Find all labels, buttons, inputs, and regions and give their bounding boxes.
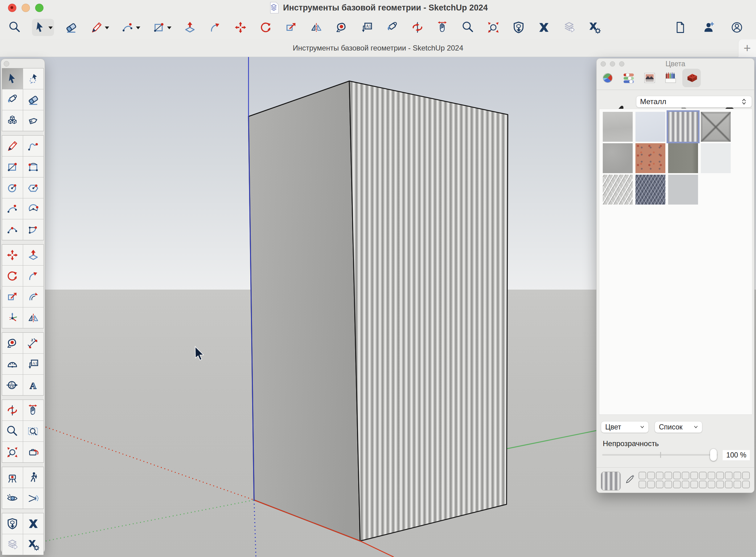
- tab-textures[interactable]: [682, 69, 701, 87]
- flip-button[interactable]: [308, 19, 324, 36]
- palette-freehand-button[interactable]: [23, 136, 44, 156]
- tape-measure-button[interactable]: [334, 19, 349, 36]
- palette-zoom-window-button[interactable]: [23, 421, 44, 441]
- palette-zoom-button[interactable]: [2, 421, 23, 441]
- saved-color-slot[interactable]: [639, 480, 646, 488]
- follow-me-button[interactable]: [207, 19, 223, 36]
- swatch-diamond-plate-blue[interactable]: [636, 175, 665, 205]
- zoom-button[interactable]: [460, 19, 476, 36]
- palette-rotated-rectangle-button[interactable]: [23, 156, 44, 177]
- palette-scale-button[interactable]: [2, 287, 23, 307]
- palette-previous-view-button[interactable]: [23, 442, 44, 462]
- saved-color-slot[interactable]: [639, 472, 646, 479]
- tab-color-sliders[interactable]: [619, 69, 638, 87]
- extension-warehouse-button[interactable]: [536, 19, 552, 36]
- palette-line-button[interactable]: [2, 136, 23, 156]
- saved-color-slot[interactable]: [742, 480, 750, 488]
- text-button[interactable]: A1: [359, 19, 375, 36]
- palette-arc-3-point-button[interactable]: [2, 219, 23, 240]
- palette-zoom-extents-button[interactable]: [2, 442, 23, 462]
- palette-orbit-button[interactable]: [2, 400, 23, 420]
- swatch-plate-cross[interactable]: [701, 112, 731, 142]
- palette-pan-button[interactable]: [23, 400, 44, 420]
- paint-bucket-button[interactable]: [384, 19, 400, 36]
- swatch-plain-aluminum[interactable]: [668, 175, 698, 205]
- swatch-diamond-plate-light[interactable]: [603, 175, 633, 205]
- pan-button[interactable]: [435, 19, 451, 36]
- saved-color-slot[interactable]: [733, 472, 741, 479]
- palette-lasso-button[interactable]: [23, 68, 44, 89]
- saved-color-slot[interactable]: [647, 472, 655, 479]
- palette-position-camera-button[interactable]: [2, 467, 23, 488]
- collection-dropdown[interactable]: Металл: [636, 96, 752, 108]
- palette-protractor-button[interactable]: [2, 354, 23, 374]
- saved-color-slot[interactable]: [673, 480, 681, 488]
- saved-color-slot[interactable]: [673, 472, 681, 479]
- palette-extension-manager-button[interactable]: [23, 534, 44, 555]
- palette-eraser-button[interactable]: [23, 89, 44, 110]
- 3d-warehouse-button[interactable]: [510, 19, 527, 36]
- select-button[interactable]: [32, 19, 54, 36]
- palette-3d-text-button[interactable]: A: [23, 375, 44, 395]
- orbit-button[interactable]: [410, 19, 425, 36]
- palette-arc-from-ends-button[interactable]: [23, 219, 44, 240]
- color-mode-dropdown[interactable]: Цвет: [601, 421, 649, 433]
- opacity-slider-handle[interactable]: [710, 449, 717, 461]
- palette-push-pull-button[interactable]: [23, 244, 44, 265]
- tab-color-wheel[interactable]: [598, 69, 617, 87]
- swatch-dark-olive-metal[interactable]: [668, 143, 698, 173]
- box-face-corrugated[interactable]: [349, 81, 508, 541]
- eraser-button[interactable]: [63, 19, 79, 36]
- palette-components-button[interactable]: [2, 110, 23, 131]
- viewport-tab-bar[interactable]: Инструменты базовой геометрии - SketchUp…: [0, 39, 756, 57]
- palette-polygon-button[interactable]: [23, 177, 44, 198]
- palette-tag-button[interactable]: [23, 110, 44, 131]
- saved-color-slot[interactable]: [682, 472, 690, 479]
- rotate-button[interactable]: [258, 19, 274, 36]
- palette-circle-button[interactable]: [2, 177, 23, 198]
- push-pull-button[interactable]: [182, 19, 198, 36]
- box-face-brushed[interactable]: [249, 81, 360, 541]
- scale-button[interactable]: [283, 19, 299, 36]
- saved-color-slot[interactable]: [647, 480, 655, 488]
- saved-color-slot[interactable]: [690, 480, 698, 488]
- palette-axes-button[interactable]: [2, 307, 23, 328]
- box-model[interactable]: [249, 81, 508, 541]
- palette-look-around-button[interactable]: [2, 488, 23, 509]
- arcs-button[interactable]: [120, 19, 142, 36]
- current-texture-well[interactable]: [601, 472, 621, 491]
- swatch-corrugated-metal[interactable]: [668, 112, 698, 142]
- saved-color-slot[interactable]: [716, 472, 724, 479]
- extension-manager-button[interactable]: [586, 19, 603, 36]
- saved-color-slot[interactable]: [665, 480, 672, 488]
- move-button[interactable]: [232, 19, 249, 36]
- palette-text-button[interactable]: A1: [23, 354, 44, 374]
- palette-send-to-layout-button[interactable]: [2, 534, 23, 555]
- swatch-white-metal[interactable]: [701, 143, 731, 173]
- swatch-brushed-aluminum[interactable]: [603, 112, 633, 142]
- colors-close-button[interactable]: [600, 61, 606, 66]
- tool-palette-titlebar[interactable]: [1, 59, 45, 68]
- saved-color-slot[interactable]: [665, 472, 672, 479]
- palette-flip-button[interactable]: [23, 307, 44, 328]
- palette-tape-measure-button[interactable]: [2, 333, 23, 353]
- new-tab-button[interactable]: +: [738, 39, 756, 57]
- saved-color-slot[interactable]: [708, 480, 715, 488]
- palette-follow-me-button[interactable]: [23, 266, 44, 286]
- palette-walk-button[interactable]: [23, 467, 44, 488]
- saved-color-slot[interactable]: [742, 472, 750, 479]
- send-to-layout-button[interactable]: [561, 19, 577, 36]
- palette-extension-warehouse-button[interactable]: [23, 513, 44, 534]
- saved-color-slot[interactable]: [682, 480, 690, 488]
- colors-zoom-button[interactable]: [619, 61, 624, 66]
- palette-3d-warehouse-button[interactable]: [2, 513, 23, 534]
- swatch-rough-gray-metal[interactable]: [603, 143, 633, 173]
- palette-field-of-view-button[interactable]: [23, 488, 44, 509]
- palette-paint-bucket-button[interactable]: [2, 89, 23, 110]
- saved-color-slot[interactable]: [733, 480, 741, 488]
- add-account-button[interactable]: [700, 19, 717, 36]
- saved-color-slot[interactable]: [699, 472, 707, 479]
- saved-color-slot[interactable]: [725, 472, 733, 479]
- saved-color-slot[interactable]: [716, 480, 724, 488]
- line-button[interactable]: [88, 19, 110, 36]
